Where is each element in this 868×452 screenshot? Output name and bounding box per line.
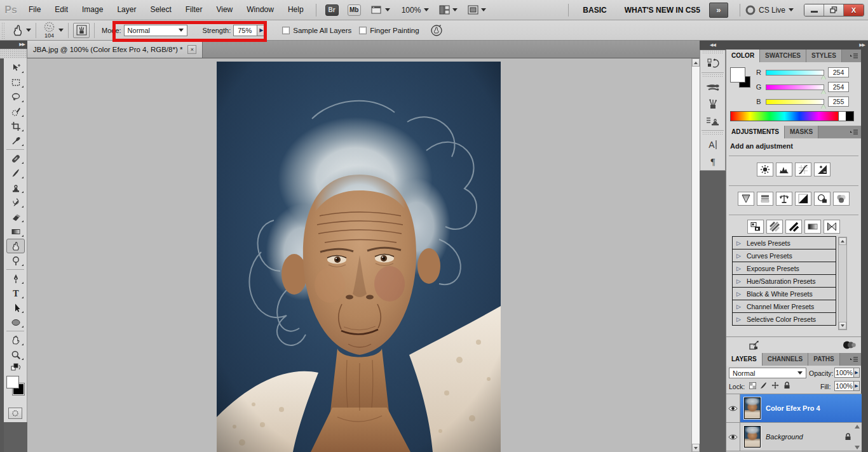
- quick-mask-button[interactable]: [8, 408, 22, 419]
- posterize-button[interactable]: [766, 220, 783, 234]
- foreground-color-swatch[interactable]: [730, 67, 745, 83]
- tab-adjustments[interactable]: ADJUSTMENTS: [726, 126, 785, 138]
- expand-triangle-icon[interactable]: ▷: [736, 240, 741, 246]
- clone-stamp-tool[interactable]: [4, 180, 27, 195]
- move-tool[interactable]: [4, 60, 27, 75]
- lasso-tool[interactable]: [4, 90, 27, 104]
- rectangular-marquee-tool[interactable]: [4, 75, 27, 90]
- cs-live-menu[interactable]: CS Live: [745, 5, 794, 15]
- slider-thumb-icon[interactable]: [821, 90, 826, 94]
- menu-window[interactable]: Window: [240, 0, 281, 20]
- path-selection-tool[interactable]: [4, 300, 27, 315]
- workspace-expand-button[interactable]: »: [709, 3, 728, 18]
- vertical-scrollbar[interactable]: [691, 58, 700, 452]
- options-bar-grip[interactable]: [1, 22, 6, 39]
- panel-menu-button[interactable]: [847, 126, 861, 138]
- scroll-up-button[interactable]: [692, 58, 700, 67]
- preset-hue-saturation[interactable]: ▷Hue/Saturation Presets: [732, 274, 836, 288]
- mode-dropdown[interactable]: Normal: [124, 25, 187, 36]
- white-swatch[interactable]: [838, 112, 846, 121]
- tab-styles[interactable]: STYLES: [806, 50, 842, 62]
- default-colors-control[interactable]: [4, 362, 27, 373]
- gradient-tool[interactable]: [4, 224, 27, 239]
- launch-bridge-button[interactable]: Br: [325, 4, 339, 16]
- quick-selection-tool[interactable]: [4, 104, 27, 119]
- collapse-toolbar-button[interactable]: ▶▶: [0, 41, 27, 49]
- view-extras-button[interactable]: [371, 6, 390, 15]
- chevron-down-icon[interactable]: [26, 29, 31, 32]
- tab-swatches[interactable]: SWATCHES: [760, 50, 806, 62]
- layer-row-background[interactable]: Background: [726, 423, 862, 451]
- screen-mode-button[interactable]: [468, 5, 486, 15]
- levels-button[interactable]: [776, 163, 792, 176]
- crop-tool[interactable]: [4, 119, 27, 133]
- blend-mode-dropdown[interactable]: Normal: [729, 368, 806, 378]
- smudge-tool-preset[interactable]: [10, 23, 26, 38]
- smudge-tool[interactable]: [6, 239, 25, 253]
- tab-channels[interactable]: CHANNELS: [763, 353, 809, 366]
- menu-view[interactable]: View: [209, 0, 240, 20]
- red-channel-slider[interactable]: [766, 70, 824, 76]
- preset-levels[interactable]: ▷Levels Presets: [732, 236, 836, 249]
- layer-thumbnail[interactable]: [744, 397, 761, 419]
- history-panel-button[interactable]: [700, 55, 725, 72]
- zoom-tool[interactable]: [4, 347, 27, 362]
- threshold-button[interactable]: [785, 220, 802, 234]
- chevron-down-icon[interactable]: [58, 29, 64, 32]
- collapse-panels-button[interactable]: ▶▶: [859, 43, 865, 48]
- vibrance-button[interactable]: [738, 192, 754, 206]
- menu-edit[interactable]: Edit: [48, 0, 75, 20]
- brush-panel-button[interactable]: [700, 78, 725, 95]
- panel-grip[interactable]: [702, 131, 723, 135]
- launch-mini-bridge-button[interactable]: Mb: [348, 4, 361, 16]
- spectrum-gradient[interactable]: [731, 112, 838, 121]
- tab-paths[interactable]: PATHS: [808, 353, 839, 366]
- channel-mixer-button[interactable]: [833, 192, 850, 206]
- dodge-tool[interactable]: [4, 253, 27, 268]
- pen-tool[interactable]: [4, 271, 27, 286]
- green-channel-slider[interactable]: [766, 84, 824, 90]
- strength-input[interactable]: 75%: [233, 25, 257, 36]
- expand-triangle-icon[interactable]: ▷: [736, 265, 741, 272]
- scroll-down-button[interactable]: [692, 444, 700, 452]
- lock-transparency-button[interactable]: [748, 381, 757, 390]
- visibility-toggle[interactable]: [726, 394, 740, 422]
- expand-triangle-icon[interactable]: ▷: [736, 316, 741, 322]
- black-swatch[interactable]: [846, 112, 853, 121]
- menu-filter[interactable]: Filter: [179, 0, 210, 20]
- menu-file[interactable]: File: [22, 0, 48, 20]
- red-channel-value[interactable]: 254: [828, 67, 849, 77]
- foreground-color-swatch[interactable]: [6, 376, 19, 389]
- menu-image[interactable]: Image: [75, 0, 110, 20]
- toggle-brush-panel-button[interactable]: [73, 23, 90, 38]
- blue-channel-value[interactable]: 255: [828, 96, 849, 107]
- tablet-pressure-toggle[interactable]: [428, 23, 445, 38]
- workspace-whats-new-button[interactable]: WHAT'S NEW IN CS5: [616, 6, 709, 15]
- scroll-up-button[interactable]: [839, 237, 846, 245]
- brush-presets-panel-button[interactable]: [700, 95, 725, 112]
- fill-value[interactable]: 100%: [834, 381, 854, 391]
- panel-grip[interactable]: [702, 50, 723, 54]
- fill-slider-button[interactable]: ▶: [854, 381, 860, 391]
- expand-triangle-icon[interactable]: ▷: [736, 303, 741, 310]
- color-balance-button[interactable]: [776, 192, 792, 206]
- photo-filter-button[interactable]: [814, 192, 831, 206]
- canvas-area[interactable]: [27, 58, 691, 452]
- restore-button[interactable]: [824, 4, 844, 16]
- tab-close-button[interactable]: ×: [187, 45, 196, 54]
- brush-preset-picker[interactable]: 104: [43, 22, 55, 39]
- slider-thumb-icon[interactable]: [821, 75, 826, 79]
- hand-tool[interactable]: [4, 333, 27, 347]
- character-panel-button[interactable]: A: [700, 136, 725, 153]
- clone-source-panel-button[interactable]: [700, 112, 725, 130]
- menu-help[interactable]: Help: [281, 0, 311, 20]
- scroll-down-button[interactable]: [855, 446, 860, 449]
- preset-selective-color[interactable]: ▷Selective Color Presets: [732, 312, 836, 326]
- preset-channel-mixer[interactable]: ▷Channel Mixer Presets: [732, 300, 836, 313]
- layer-name[interactable]: Color Efex Pro 4: [766, 404, 820, 412]
- workspace-basic-button[interactable]: BASIC: [574, 6, 615, 15]
- opacity-slider-button[interactable]: ▶: [854, 368, 860, 378]
- minimize-button[interactable]: [804, 4, 824, 16]
- shape-tool[interactable]: [4, 315, 27, 329]
- brush-tool[interactable]: [4, 166, 27, 180]
